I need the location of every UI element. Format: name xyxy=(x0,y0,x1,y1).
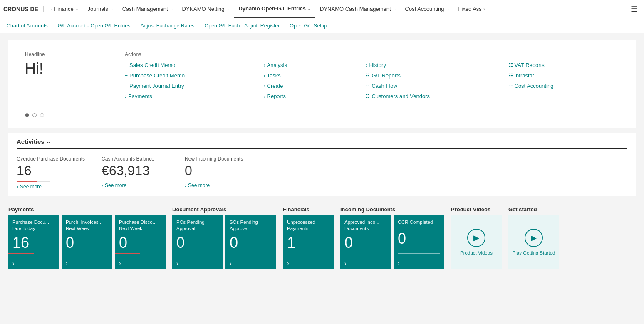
video-tile[interactable]: ▶Play Getting Started xyxy=(508,215,559,269)
tile[interactable]: Purchase Disco... Next Week0› xyxy=(115,215,166,269)
carousel-dot-0[interactable] xyxy=(25,113,29,117)
activities-label: Activities xyxy=(17,138,45,145)
tile-arrow-icon: › xyxy=(230,260,272,267)
action-item[interactable]: ›Reports xyxy=(264,92,353,101)
action-item[interactable]: ☷Cash Flow xyxy=(366,82,495,90)
nav-item-finance[interactable]: ‹Finance⌄ xyxy=(47,0,83,18)
video-tile[interactable]: ▶Product Videos xyxy=(451,215,502,269)
next-arrow: › xyxy=(483,7,485,11)
tile[interactable]: Unprocessed Payments1› xyxy=(283,215,334,269)
plus-icon: + xyxy=(125,83,128,89)
tile-group-label: Financials xyxy=(283,206,334,213)
quick-link[interactable]: G/L Account - Open G/L Entries xyxy=(58,23,131,29)
nav-item-dynamo-open-g-l-entries[interactable]: Dynamo Open-G/L Entries⌄ xyxy=(234,0,315,18)
doc-icon: ☷ xyxy=(509,73,513,78)
arrow-icon: › xyxy=(366,62,367,68)
action-label: Reports xyxy=(267,93,286,99)
action-item[interactable]: ›History xyxy=(366,61,495,69)
action-label: Payments xyxy=(128,93,152,99)
video-group-label: Get started xyxy=(508,206,559,213)
action-item[interactable]: ☷Cost Accounting xyxy=(509,82,619,90)
nav-item-cost-accounting[interactable]: Cost Accounting⌄ xyxy=(401,0,453,18)
action-item[interactable]: ›Create xyxy=(264,82,353,90)
kpi-value: 16 xyxy=(17,163,85,178)
plus-icon: + xyxy=(125,73,128,79)
action-item[interactable]: ☷G/L Reports xyxy=(366,71,495,80)
action-item[interactable]: ☷VAT Reports xyxy=(509,61,619,69)
action-item[interactable]: ☷Intrastat xyxy=(509,71,619,80)
tile-divider xyxy=(176,255,219,255)
nav-item-journals[interactable]: Journals⌄ xyxy=(84,0,117,18)
tile-row: Purchase Docu... Due Today16›Purch. Invo… xyxy=(8,215,166,269)
tile-title: Unprocessed Payments xyxy=(287,219,329,232)
nav-label: Cash Management xyxy=(122,6,168,12)
action-label: Purchase Credit Memo xyxy=(129,72,185,79)
carousel-dots xyxy=(17,111,627,121)
arrow-icon: › xyxy=(125,94,126,99)
tile[interactable]: SOs Pending Approval0› xyxy=(225,215,276,269)
prev-arrow: ‹ xyxy=(51,7,52,11)
tile-group-label: Incoming Documents xyxy=(340,206,444,213)
action-label: Tasks xyxy=(267,72,281,79)
tile-row: Approved Inco... Documents0›OCR Complete… xyxy=(340,215,444,269)
tile-divider xyxy=(12,255,55,255)
tile-arrow-icon: › xyxy=(287,260,329,267)
tile-group-document-approvals: Document ApprovalsPOs Pending Approval0›… xyxy=(172,206,276,269)
see-more-label: See more xyxy=(105,183,126,188)
kpi-bar-fill xyxy=(17,181,37,182)
tile[interactable]: Approved Inco... Documents0› xyxy=(340,215,391,269)
action-item[interactable]: ›Tasks xyxy=(264,71,353,80)
tile-value: 0 xyxy=(230,235,272,250)
nav-item-dynamo-cash-management[interactable]: DYNAMO Cash Management⌄ xyxy=(316,0,400,18)
quick-link[interactable]: Open G/L Setup xyxy=(290,23,327,29)
doc-icon: ☷ xyxy=(509,83,513,89)
nav-item-dynamo-netting[interactable]: DYNAMO Netting⌄ xyxy=(178,0,234,18)
plus-icon: + xyxy=(125,62,128,68)
kpi-see-more[interactable]: ›See more xyxy=(185,183,251,188)
carousel-dot-2[interactable] xyxy=(40,113,44,117)
activities-header[interactable]: Activities ⌄ xyxy=(17,138,627,149)
quick-link[interactable]: Open G/L Exch...Adjmt. Register xyxy=(204,23,280,29)
kpi-see-more[interactable]: ›See more xyxy=(17,184,85,190)
tile[interactable]: POs Pending Approval0› xyxy=(172,215,223,269)
video-tile-label: Play Getting Started xyxy=(513,250,555,255)
tile-divider xyxy=(119,255,161,255)
hamburger-menu[interactable]: ☰ xyxy=(627,5,641,14)
nav-label: Fixed Ass xyxy=(458,6,482,12)
action-item[interactable]: +Purchase Credit Memo xyxy=(125,71,250,80)
nav-label: DYNAMO Cash Management xyxy=(320,6,391,12)
kpi-label: New Incoming Documents xyxy=(185,156,251,162)
action-item[interactable] xyxy=(509,92,619,101)
tile-divider xyxy=(287,255,329,255)
see-more-arrow: › xyxy=(17,184,18,190)
nav-item-fixed-ass[interactable]: Fixed Ass› xyxy=(454,0,489,18)
actions-grid: +Sales Credit Memo›Analysis›History☷VAT … xyxy=(125,61,619,101)
main-content: Headline Hi! Actions +Sales Credit Memo›… xyxy=(0,33,644,276)
kpi-item: New Incoming Documents0›See more xyxy=(185,156,251,188)
tile-title: Purchase Docu... Due Today xyxy=(12,219,55,232)
kpi-row: Overdue Purchase Documents16›See moreCas… xyxy=(17,156,627,190)
tile[interactable]: Purchase Docu... Due Today16› xyxy=(8,215,59,269)
action-item[interactable]: ☷Customers and Vendors xyxy=(366,92,495,101)
chevron-icon: ⌄ xyxy=(226,7,229,11)
action-item[interactable]: +Sales Credit Memo xyxy=(125,61,250,69)
quick-link[interactable]: Adjust Exchange Rates xyxy=(141,23,195,29)
see-more-arrow: › xyxy=(102,183,103,188)
action-item[interactable]: ›Analysis xyxy=(264,61,353,69)
quick-link[interactable]: Chart of Accounts xyxy=(7,23,48,29)
kpi-see-more[interactable]: ›See more xyxy=(102,183,168,188)
action-item[interactable]: +Payment Journal Entry xyxy=(125,82,250,90)
nav-item-cash-management[interactable]: Cash Management⌄ xyxy=(118,0,177,18)
action-item[interactable]: ›Payments xyxy=(125,92,250,101)
action-label: Sales Credit Memo xyxy=(129,62,176,68)
kpi-item: Cash Accounts Balance€63,913›See more xyxy=(102,156,168,188)
video-tile-label: Product Videos xyxy=(460,250,493,255)
tile-row: Unprocessed Payments1› xyxy=(283,215,334,269)
carousel-dot-1[interactable] xyxy=(32,113,37,117)
action-label: History xyxy=(369,62,386,68)
tile-arrow-icon: › xyxy=(12,260,55,267)
video-group-product-videos: Product Videos▶Product Videos xyxy=(451,206,502,269)
nav-label: Journals xyxy=(88,6,108,12)
tile[interactable]: OCR Completed0› xyxy=(394,215,444,269)
tile[interactable]: Purch. Invoices... Next Week0› xyxy=(62,215,112,269)
